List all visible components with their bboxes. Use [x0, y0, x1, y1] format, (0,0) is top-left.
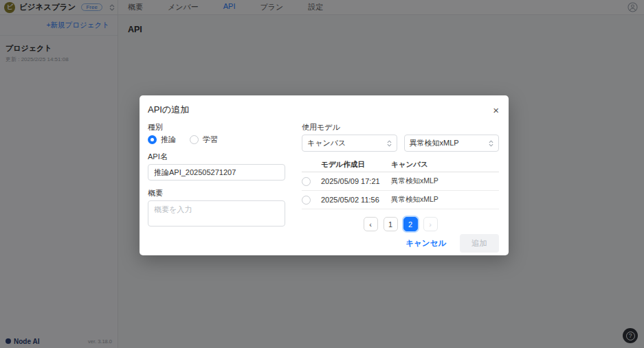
- radio-label: 推論: [161, 135, 176, 145]
- model-table-header: モデル作成日 キャンバス: [302, 157, 499, 172]
- summary-textarea[interactable]: [148, 200, 285, 227]
- pagination-prev-button[interactable]: ‹: [364, 217, 378, 231]
- pagination-page-2-button[interactable]: 2: [403, 217, 418, 231]
- select-chevron-updown-icon: [387, 140, 392, 147]
- model-select-row: キャンバス 異常検知xMLP: [302, 135, 499, 152]
- row-canvas: 異常検知xMLP: [391, 176, 499, 186]
- modal-left-column: 種別 推論 学習 API名: [148, 123, 285, 231]
- radio-label: 学習: [203, 135, 218, 145]
- pagination: ‹ 1 2 ›: [302, 217, 499, 231]
- app-root: ビ ビジネスプラン Free 概要 メンバー API プラン 設定 +新規プロ: [0, 0, 644, 348]
- radio-unselected-icon[interactable]: [190, 135, 199, 144]
- canvas-select-value: キャンバス: [307, 138, 346, 148]
- api-name-label: API名: [148, 152, 285, 161]
- modal-footer: キャンセル 追加: [148, 234, 499, 257]
- modal-body: 種別 推論 学習 API名: [148, 123, 499, 231]
- type-field: 種別 推論 学習: [148, 123, 285, 144]
- model-label: 使用モデル: [302, 123, 499, 132]
- summary-label: 概要: [148, 189, 285, 198]
- add-button[interactable]: 追加: [460, 234, 499, 253]
- select-chevron-updown-icon: [489, 140, 493, 147]
- add-api-modal: APIの追加 × 種別 推論 学習: [140, 95, 509, 255]
- type-radio-group: 推論 学習: [148, 135, 285, 144]
- summary-field: 概要: [148, 189, 285, 229]
- radio-option-training[interactable]: 学習: [190, 135, 218, 145]
- model-table: モデル作成日 キャンバス 2025/05/09 17:21 異常検知xMLP 2…: [302, 157, 499, 209]
- modal-title: APIの追加: [148, 104, 189, 116]
- row-radio-icon[interactable]: [302, 196, 311, 205]
- row-canvas: 異常検知xMLP: [391, 195, 499, 205]
- pagination-page-1-button[interactable]: 1: [384, 217, 398, 231]
- row-created-at: 2025/05/02 11:56: [321, 196, 391, 204]
- type-label: 種別: [148, 123, 285, 132]
- column-created-at: モデル作成日: [321, 160, 391, 170]
- row-created-at: 2025/05/09 17:21: [321, 177, 391, 185]
- pagination-next-button[interactable]: ›: [423, 217, 438, 231]
- model-select-value: 異常検知xMLP: [410, 138, 459, 148]
- radio-option-inference[interactable]: 推論: [148, 135, 176, 145]
- row-radio-icon[interactable]: [302, 177, 311, 186]
- table-row[interactable]: 2025/05/09 17:21 異常検知xMLP: [302, 172, 499, 191]
- table-row[interactable]: 2025/05/02 11:56 異常検知xMLP: [302, 191, 499, 209]
- modal-right-column: 使用モデル キャンバス 異常検知xMLP: [302, 123, 499, 231]
- modal-header: APIの追加 ×: [148, 104, 499, 116]
- radio-selected-icon[interactable]: [148, 135, 157, 144]
- model-select[interactable]: 異常検知xMLP: [404, 135, 500, 152]
- close-icon[interactable]: ×: [493, 105, 499, 115]
- api-name-field: API名: [148, 152, 285, 181]
- canvas-select[interactable]: キャンバス: [302, 135, 397, 152]
- column-canvas: キャンバス: [391, 160, 499, 170]
- api-name-input[interactable]: [148, 164, 285, 181]
- cancel-button[interactable]: キャンセル: [406, 238, 446, 248]
